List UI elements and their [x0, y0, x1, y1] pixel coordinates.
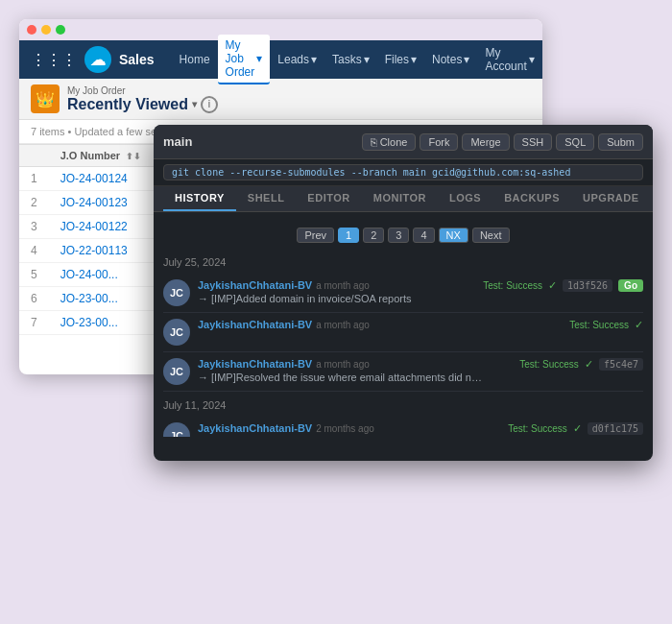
tab-editor[interactable]: EDITOR: [296, 186, 361, 211]
jo-number-link[interactable]: JO-24-00124: [60, 172, 128, 185]
git-titlebar: main ⎘ Clone Fork Merge SSH SQL Subm: [154, 125, 653, 159]
git-author[interactable]: JaykishanChhatani-BV: [198, 358, 312, 370]
git-test-status: Test: Success: [508, 423, 567, 434]
git-content: Prev 1 2 3 4 NX Next July 25, 2024 JC Ja…: [154, 212, 653, 437]
git-commit-header: JaykishanChhatani-BV 2 months ago: [198, 422, 500, 434]
tab-monitor[interactable]: MONITOR: [362, 186, 438, 211]
jo-number-link[interactable]: JO-23-00...: [60, 316, 118, 329]
row-num: 2: [19, 191, 49, 215]
git-hash: d0f1c175: [588, 422, 643, 435]
prev-page-button[interactable]: Prev: [297, 228, 334, 243]
tab-history[interactable]: HISTORY: [163, 186, 236, 211]
nav-tasks[interactable]: Tasks ▾: [324, 49, 377, 70]
sql-button[interactable]: SQL: [556, 133, 594, 151]
git-commit-body: JaykishanChhatani-BV a month ago → [IMP]…: [198, 279, 475, 304]
nav-notes[interactable]: Notes ▾: [424, 49, 477, 70]
app-grid-icon[interactable]: ⋮⋮⋮: [31, 51, 77, 69]
page-4-button[interactable]: 4: [413, 228, 434, 243]
info-button[interactable]: i: [201, 96, 218, 113]
jo-number-link[interactable]: JO-24-00...: [60, 268, 118, 281]
fork-button[interactable]: Fork: [420, 133, 458, 151]
window-close-dot[interactable]: [27, 25, 36, 35]
check-icon: ✓: [573, 422, 582, 435]
git-date-header: July 11, 2024: [163, 399, 643, 411]
git-commit: JC JaykishanChhatani-BV a month ago → [I…: [163, 352, 643, 392]
git-test-status: Test: Success: [519, 359, 579, 370]
row-num: 6: [19, 287, 49, 311]
avatar: JC: [163, 422, 190, 437]
git-author[interactable]: JaykishanChhatani-BV: [198, 279, 312, 291]
clone-icon: ⎘: [371, 136, 377, 148]
page-2-button[interactable]: 2: [363, 228, 384, 243]
salesforce-logo: ☁: [84, 46, 111, 73]
avatar: JC: [163, 358, 190, 385]
git-time: a month ago: [316, 280, 370, 291]
tab-logs[interactable]: LOGS: [438, 186, 492, 211]
tab-shell[interactable]: SHELL: [236, 186, 297, 211]
go-button[interactable]: Go: [618, 279, 643, 292]
tab-upgrade[interactable]: UPGRADE: [571, 186, 651, 211]
git-hash: f5c4e7: [599, 358, 643, 371]
git-commit-message: → [IMP]Added domain in invoice/SOA repor…: [198, 293, 475, 304]
chevron-down-icon: ▾: [256, 52, 262, 65]
git-author[interactable]: JaykishanChhatani-BV: [198, 319, 312, 330]
col-num: [19, 145, 49, 167]
sf-page-title-row: Recently Viewed ▾ i: [67, 96, 218, 113]
nav-home[interactable]: Home: [172, 49, 218, 70]
page-title-dropdown-icon[interactable]: ▾: [192, 99, 197, 109]
tab-backups[interactable]: BACKUPS: [492, 186, 571, 211]
nav-my-job-order[interactable]: My Job Order ▾: [218, 35, 271, 84]
row-num: 4: [19, 239, 49, 263]
sf-nav: Home My Job Order ▾ Leads ▾ Tasks ▾ File…: [172, 35, 542, 84]
nx-page-button[interactable]: NX: [439, 228, 468, 243]
subm-button[interactable]: Subm: [598, 133, 643, 151]
ssh-button[interactable]: SSH: [514, 133, 553, 151]
window-maximize-dot[interactable]: [56, 25, 65, 35]
git-commit-message: → [IMP]Resolved the issue where email at…: [198, 372, 486, 383]
git-url-input[interactable]: git clone --recurse-submodules --branch …: [163, 164, 643, 180]
check-icon: ✓: [585, 358, 593, 371]
git-test-status: Test: Success: [483, 280, 542, 291]
nav-leads[interactable]: Leads ▾: [270, 49, 324, 70]
git-hash: 1d3f526: [563, 279, 612, 292]
app-name: Sales: [119, 52, 155, 67]
git-actions: ⎘ Clone Fork Merge SSH SQL Subm: [362, 133, 643, 151]
git-commit-right: Test: Success ✓ f5c4e7: [519, 358, 643, 371]
chevron-down-icon: ▾: [464, 53, 469, 66]
git-commit-header: JaykishanChhatani-BV a month ago: [198, 319, 562, 330]
clone-button[interactable]: ⎘ Clone: [362, 133, 417, 151]
chevron-down-icon: ▾: [311, 53, 317, 66]
tab-settings[interactable]: SETTINGS: [651, 186, 653, 211]
job-order-icon: 👑: [31, 84, 60, 113]
check-icon: ✓: [635, 319, 643, 331]
page-3-button[interactable]: 3: [388, 228, 409, 243]
jo-number-link[interactable]: JO-24-00122: [60, 220, 128, 233]
git-commit-header: JaykishanChhatani-BV a month ago: [198, 358, 512, 370]
page-1-button[interactable]: 1: [338, 228, 359, 243]
git-author[interactable]: JaykishanChhatani-BV: [198, 422, 312, 434]
git-commit: JC JaykishanChhatani-BV a month ago Test…: [163, 313, 643, 352]
window-minimize-dot[interactable]: [41, 25, 51, 35]
git-time: a month ago: [316, 359, 370, 370]
row-num: 3: [19, 215, 49, 239]
next-page-button[interactable]: Next: [472, 228, 510, 243]
git-commit-right: Test: Success ✓: [569, 319, 643, 331]
git-commit-right: Test: Success ✓ d0f1c175: [508, 422, 643, 435]
jo-number-link[interactable]: JO-22-00113: [60, 244, 128, 257]
sf-subtitle: My Job Order: [67, 85, 218, 96]
sort-icon: ⬆⬇: [126, 152, 141, 161]
git-commit-header: JaykishanChhatani-BV a month ago: [198, 279, 475, 291]
page-title: Recently Viewed: [67, 96, 188, 113]
git-url-bar: git clone --recurse-submodules --branch …: [154, 159, 653, 186]
chevron-down-icon: ▾: [364, 53, 370, 66]
avatar: JC: [163, 319, 190, 346]
jo-number-link[interactable]: JO-23-00...: [60, 292, 118, 305]
nav-my-account[interactable]: My Account ▾: [477, 42, 541, 77]
jo-number-link[interactable]: JO-24-00123: [60, 196, 128, 209]
git-time: 2 months ago: [316, 423, 374, 434]
merge-button[interactable]: Merge: [462, 133, 509, 151]
git-commit-body: JaykishanChhatani-BV a month ago: [198, 319, 562, 332]
nav-files[interactable]: Files ▾: [377, 49, 424, 70]
git-commit-message: → [IMP]Added loggers to identify the cau…: [198, 436, 486, 437]
row-num: 5: [19, 263, 49, 287]
